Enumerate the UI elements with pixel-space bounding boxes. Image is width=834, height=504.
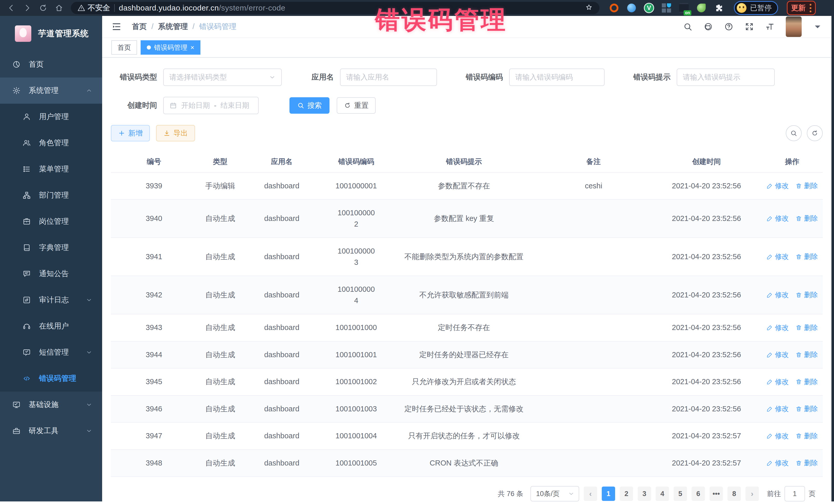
sidebar-item-10[interactable]: 在线用户 bbox=[0, 313, 102, 339]
edit-link[interactable]: 修改 bbox=[767, 251, 789, 262]
sidebar-item-1[interactable]: 系统管理 bbox=[0, 78, 102, 104]
page-button[interactable]: 8 bbox=[727, 486, 741, 501]
delete-link[interactable]: 删除 bbox=[795, 350, 818, 360]
sidebar-toggle-icon[interactable] bbox=[111, 22, 122, 32]
close-tab-icon[interactable]: × bbox=[191, 44, 194, 51]
refresh-table-button[interactable] bbox=[807, 125, 823, 141]
on-badge: on bbox=[684, 10, 691, 15]
sidebar-item-5[interactable]: 部门管理 bbox=[0, 182, 102, 209]
edit-link[interactable]: 修改 bbox=[767, 377, 789, 387]
next-page-button[interactable]: › bbox=[745, 486, 759, 501]
fullscreen-icon[interactable] bbox=[745, 22, 754, 31]
add-button[interactable]: 新增 bbox=[111, 125, 150, 141]
chevron-down-icon[interactable] bbox=[813, 22, 822, 31]
reset-button[interactable]: 重置 bbox=[337, 97, 376, 114]
edit-link[interactable]: 修改 bbox=[767, 213, 789, 224]
tab-error-code[interactable]: 错误码管理 × bbox=[140, 40, 200, 54]
error-code-input[interactable] bbox=[515, 73, 598, 81]
delete-link[interactable]: 删除 bbox=[795, 323, 818, 333]
extension-vue-devtools-icon[interactable]: V bbox=[643, 3, 654, 13]
extensions-puzzle-icon[interactable] bbox=[714, 3, 724, 13]
app-name-input[interactable] bbox=[346, 73, 431, 81]
breadcrumb-current: 错误码管理 bbox=[199, 22, 236, 32]
sidebar-item-2[interactable]: 用户管理 bbox=[0, 104, 102, 130]
edit-link[interactable]: 修改 bbox=[767, 181, 789, 191]
extension-droplet-icon[interactable] bbox=[626, 3, 637, 13]
page-button[interactable]: 6 bbox=[692, 486, 705, 501]
font-size-icon[interactable] bbox=[765, 22, 774, 31]
user-avatar[interactable] bbox=[786, 17, 802, 37]
sidebar-item-11[interactable]: 短信管理 bbox=[0, 339, 102, 366]
browser-menu-icon[interactable] bbox=[810, 4, 811, 12]
cell-code: 1001001000 bbox=[320, 322, 392, 333]
delete-link[interactable]: 删除 bbox=[795, 458, 818, 468]
error-type-select[interactable]: 请选择错误码类型 bbox=[163, 68, 282, 86]
sidebar-logo-row[interactable]: 芋道管理系统 bbox=[0, 16, 102, 51]
edit-link[interactable]: 修改 bbox=[767, 431, 789, 441]
date-start-placeholder: 开始日期 bbox=[181, 101, 210, 110]
main-header: 首页 / 系统管理 / 错误码管理 bbox=[102, 16, 831, 38]
sidebar-item-14[interactable]: 研发工具 bbox=[0, 418, 102, 444]
help-icon[interactable] bbox=[724, 22, 733, 31]
delete-link[interactable]: 删除 bbox=[795, 181, 818, 191]
edit-link[interactable]: 修改 bbox=[767, 350, 789, 360]
delete-link[interactable]: 删除 bbox=[795, 290, 818, 300]
edit-link[interactable]: 修改 bbox=[767, 290, 789, 300]
insecure-warning[interactable]: 不安全 bbox=[78, 3, 110, 13]
browser-reload-button[interactable] bbox=[37, 2, 50, 14]
browser-forward-button[interactable] bbox=[21, 2, 34, 14]
tab-home[interactable]: 首页 bbox=[111, 40, 137, 54]
github-icon[interactable] bbox=[704, 22, 713, 31]
error-hint-input[interactable] bbox=[683, 73, 769, 81]
address-bar[interactable]: 不安全 dashboard.yudao.iocoder.cn/system/er… bbox=[71, 2, 599, 14]
browser-home-button[interactable] bbox=[52, 2, 66, 14]
sidebar-item-13[interactable]: 基础设施 bbox=[0, 392, 102, 418]
date-end-placeholder: 结束日期 bbox=[220, 101, 249, 110]
page-button[interactable]: 4 bbox=[656, 486, 669, 501]
sidebar-item-0[interactable]: 首页 bbox=[0, 51, 102, 78]
delete-link[interactable]: 删除 bbox=[795, 377, 818, 387]
export-button[interactable]: 导出 bbox=[156, 125, 195, 141]
sidebar-item-4[interactable]: 菜单管理 bbox=[0, 156, 102, 182]
goto-page-input[interactable] bbox=[785, 486, 805, 501]
page-button-active[interactable]: 1 bbox=[602, 486, 615, 501]
sidebar-item-7[interactable]: 字典管理 bbox=[0, 235, 102, 261]
edit-link[interactable]: 修改 bbox=[767, 458, 789, 468]
gear-icon bbox=[12, 86, 23, 95]
browser-update-button[interactable]: 更新 bbox=[787, 1, 816, 15]
delete-link[interactable]: 删除 bbox=[795, 431, 818, 441]
browser-back-button[interactable] bbox=[5, 2, 18, 14]
sidebar-item-8[interactable]: 通知公告 bbox=[0, 261, 102, 287]
sidebar-item-12[interactable]: 错误码管理 bbox=[0, 366, 102, 392]
delete-link[interactable]: 删除 bbox=[795, 404, 818, 414]
page-button[interactable]: 2 bbox=[620, 486, 633, 501]
extension-orange-icon[interactable] bbox=[609, 3, 619, 13]
sidebar-item-9[interactable]: 审计日志 bbox=[0, 287, 102, 313]
sidebar-item-3[interactable]: 角色管理 bbox=[0, 130, 102, 156]
breadcrumb-home[interactable]: 首页 bbox=[132, 22, 147, 32]
page-button[interactable]: 3 bbox=[638, 486, 651, 501]
edit-link[interactable]: 修改 bbox=[767, 404, 789, 414]
extension-leaf-icon[interactable] bbox=[696, 3, 707, 13]
breadcrumb-system[interactable]: 系统管理 bbox=[158, 22, 188, 32]
search-icon[interactable] bbox=[683, 22, 692, 31]
sidebar-item-6[interactable]: 岗位管理 bbox=[0, 209, 102, 235]
search-button[interactable]: 搜索 bbox=[289, 97, 329, 114]
toggle-search-button[interactable] bbox=[786, 125, 802, 141]
extension-switch-icon[interactable]: on bbox=[679, 3, 689, 13]
delete-link[interactable]: 删除 bbox=[795, 251, 818, 262]
announcement-icon bbox=[23, 270, 34, 278]
cell-hint: 只允许修改为开启或者关闭状态 bbox=[392, 376, 536, 388]
profile-paused-pill[interactable]: 已暂停 bbox=[734, 1, 778, 15]
cell-type: 自动生成 bbox=[197, 322, 243, 333]
delete-link[interactable]: 删除 bbox=[795, 213, 818, 224]
page-button[interactable]: 5 bbox=[674, 486, 687, 501]
bookmark-star-icon[interactable] bbox=[585, 4, 593, 12]
edit-link[interactable]: 修改 bbox=[767, 323, 789, 333]
page-button[interactable]: ••• bbox=[709, 486, 723, 501]
page-size-select[interactable]: 10条/页 bbox=[530, 486, 579, 501]
date-range-picker[interactable]: 开始日期 - 结束日期 bbox=[163, 97, 259, 114]
extension-grid-icon[interactable] bbox=[661, 3, 672, 13]
prev-page-button[interactable]: ‹ bbox=[584, 486, 597, 501]
cell-type: 手动编辑 bbox=[197, 180, 243, 192]
